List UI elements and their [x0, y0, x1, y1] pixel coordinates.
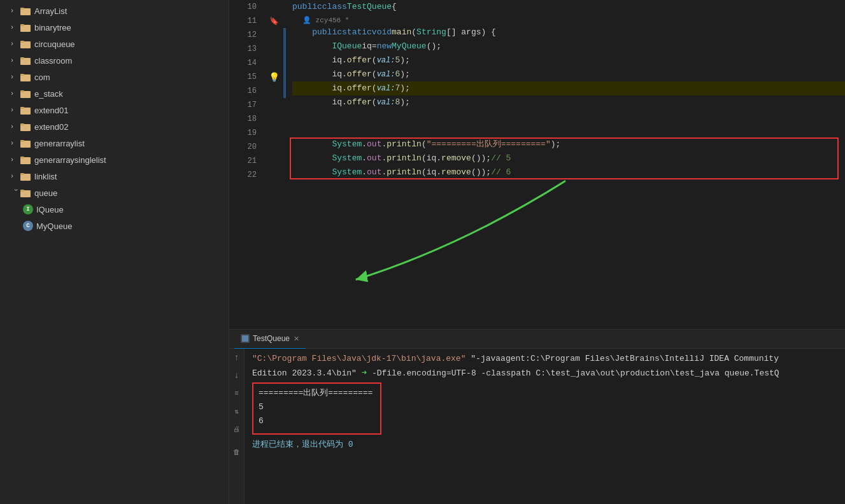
green-arrow-icon: ➜ — [362, 368, 367, 378]
expand-arrow: › — [10, 57, 20, 64]
gutter-17 — [264, 98, 283, 112]
print-button[interactable]: 🖨 — [231, 423, 243, 435]
line-num-15: 15 — [229, 70, 259, 84]
code-lines[interactable]: public class TestQueue { 👤 zcy456 * publ… — [286, 0, 845, 329]
expand-arrow: › — [10, 41, 20, 48]
sidebar-item-iqueue[interactable]: I IQueue — [0, 201, 229, 218]
gutter-15: 💡 — [264, 70, 283, 84]
expand-arrow: › — [10, 140, 20, 147]
folder-icon — [20, 23, 32, 32]
svg-rect-16 — [20, 123, 24, 125]
line-num-14: 14 — [229, 56, 259, 70]
folder-open-icon — [20, 188, 32, 197]
expand-arrow: › — [10, 8, 20, 15]
folder-label: linklist — [34, 172, 57, 181]
sidebar-item-com[interactable]: › com — [0, 69, 229, 85]
folder-icon — [20, 6, 32, 15]
svg-rect-14 — [20, 107, 24, 109]
gutter-16 — [264, 84, 283, 98]
cmd-line-1: "C:\Program Files\Java\jdk-17\bin\java.e… — [252, 353, 837, 365]
file-label: MyQueue — [36, 221, 72, 231]
sidebar-item-extend01[interactable]: › extend01 — [0, 102, 229, 118]
expand-arrow: › — [10, 123, 20, 130]
svg-rect-18 — [20, 140, 24, 142]
svg-rect-22 — [20, 173, 24, 175]
bottom-panel: TestQueue ✕ ↑ ↓ ≡ ⇅ 🖨 🗑 "C:\Program File… — [229, 329, 845, 504]
gutter-14 — [264, 56, 283, 70]
wrap-button[interactable]: ≡ — [231, 387, 243, 400]
run-tab[interactable]: TestQueue ✕ — [234, 330, 306, 349]
line-numbers: ▶ 10 ▶ 11 12 13 14 15 16 17 18 19 20 21 … — [229, 0, 264, 329]
gutter-21 — [264, 154, 283, 168]
tab-close-button[interactable]: ✕ — [294, 335, 299, 343]
tab-label: TestQueue — [253, 334, 290, 343]
run-output-area: ↑ ↓ ≡ ⇅ 🖨 🗑 "C:\Program Files\Java\jdk-1… — [229, 349, 845, 504]
folder-label: generarraylist — [34, 139, 85, 148]
folder-icon — [20, 106, 32, 115]
folder-label: generarraysinglelist — [34, 155, 106, 165]
code-line-16: iq. offer ( val: 8 ); — [292, 95, 845, 109]
cmd-line-2: Edition 2023.3.4\bin" ➜ -Dfile.encoding=… — [252, 367, 837, 380]
line-num-18: 18 — [229, 112, 259, 126]
scroll-up-button[interactable]: ↑ — [231, 351, 243, 364]
sort-button[interactable]: ⇅ — [231, 405, 243, 417]
file-tree: › ArrayList › binarytree › circuqueue › … — [0, 0, 229, 504]
sidebar-item-myqueue[interactable]: C MyQueue — [0, 218, 229, 234]
bottom-tabs: TestQueue ✕ — [229, 330, 845, 349]
bookmark-icon: 🔖 — [269, 17, 279, 26]
gutter: 🔖 💡 — [264, 0, 283, 329]
svg-rect-6 — [20, 41, 24, 43]
folder-icon — [20, 56, 32, 65]
main-area: ▶ 10 ▶ 11 12 13 14 15 16 17 18 19 20 21 … — [229, 0, 845, 504]
sidebar-item-generarraysinglelist[interactable]: › generarraysinglelist — [0, 151, 229, 168]
svg-rect-2 — [20, 8, 24, 10]
bulb-icon[interactable]: 💡 — [269, 72, 280, 83]
gutter-19 — [264, 126, 283, 140]
sidebar-item-extend02[interactable]: › extend02 — [0, 118, 229, 135]
sidebar-item-arraylist[interactable]: › ArrayList — [0, 3, 229, 19]
scroll-down-button[interactable]: ↓ — [231, 369, 243, 382]
folder-icon — [20, 39, 32, 48]
delete-button[interactable]: 🗑 — [231, 445, 243, 458]
svg-rect-4 — [20, 24, 24, 26]
svg-rect-8 — [20, 57, 24, 59]
code-line-10: public class TestQueue { — [292, 0, 845, 14]
gutter-12 — [264, 28, 283, 42]
gutter-18 — [264, 112, 283, 126]
line-num-17: 17 — [229, 98, 259, 112]
run-output-content: "C:\Program Files\Java\jdk-17\bin\java.e… — [245, 349, 845, 504]
sidebar-item-estack[interactable]: › e_stack — [0, 85, 229, 102]
code-line-17 — [292, 109, 845, 123]
code-line-15: iq. offer ( val: 7 ); — [292, 81, 845, 95]
run-sidebar: ↑ ↓ ≡ ⇅ 🖨 🗑 — [229, 349, 245, 504]
class-badge: C — [23, 221, 33, 231]
line-num-21: 21 — [229, 154, 259, 168]
gutter-10 — [264, 0, 283, 14]
sidebar-item-linklist[interactable]: › linklist — [0, 168, 229, 185]
folder-label: e_stack — [34, 89, 63, 99]
svg-rect-10 — [20, 74, 24, 76]
code-content: ▶ 10 ▶ 11 12 13 14 15 16 17 18 19 20 21 … — [229, 0, 845, 329]
folder-label: classroom — [34, 56, 72, 66]
sidebar-item-generarraylist[interactable]: › generarraylist — [0, 135, 229, 151]
sidebar-item-classroom[interactable]: › classroom — [0, 52, 229, 69]
interface-badge: I — [23, 204, 33, 214]
folder-label: circuqueue — [34, 39, 75, 49]
code-line-19: System . out . println ( "=========出队列==… — [292, 137, 845, 151]
tab-icon — [241, 334, 250, 343]
folder-label: binarytree — [34, 23, 71, 32]
output-line-5: 5 — [259, 400, 373, 414]
line-num-10: ▶ 10 — [229, 0, 259, 14]
expand-arrow: › — [10, 90, 20, 97]
expand-arrow: › — [10, 107, 20, 114]
sidebar-item-queue[interactable]: › queue — [0, 185, 229, 201]
code-line-12: IQueue iq= new MyQueue (); — [292, 39, 845, 53]
svg-rect-26 — [242, 335, 248, 342]
sidebar-item-binarytree[interactable]: › binarytree — [0, 19, 229, 36]
sidebar-item-circuqueue[interactable]: › circuqueue — [0, 36, 229, 52]
code-line-20: System . out . println (iq. remove ()); … — [292, 151, 845, 165]
svg-rect-20 — [20, 157, 24, 158]
folder-icon — [20, 155, 32, 164]
folder-label: queue — [34, 188, 57, 198]
line-num-20: 20 — [229, 140, 259, 154]
